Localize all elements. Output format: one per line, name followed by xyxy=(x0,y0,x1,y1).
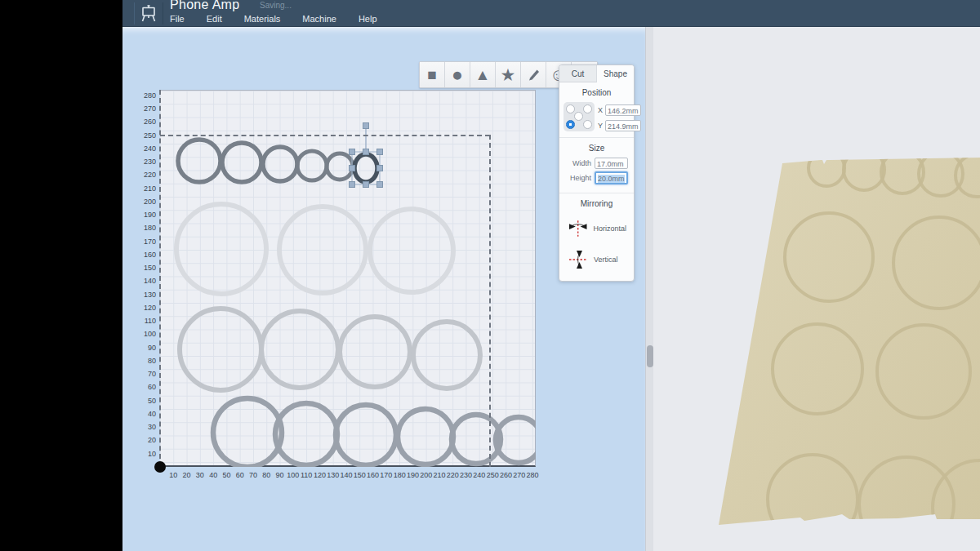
material-boundary-left xyxy=(159,90,161,467)
selection-handle-s[interactable] xyxy=(363,182,369,188)
width-label: Width xyxy=(572,159,591,167)
design-circle-1[interactable] xyxy=(178,140,220,182)
y-tick-60: 60 xyxy=(131,383,156,391)
x-position-input[interactable]: 146.2mm xyxy=(605,104,641,116)
width-input[interactable]: 17.0mm xyxy=(595,158,628,169)
selection-handle-e[interactable] xyxy=(377,166,383,171)
mirror-horizontal-label: Horizontal xyxy=(593,224,626,233)
triangle-tool-icon: ▲ xyxy=(475,67,491,82)
y-tick-110: 110 xyxy=(131,317,156,325)
y-tick-160: 160 xyxy=(131,251,156,259)
preview-3d-pane[interactable] xyxy=(653,27,980,551)
y-tick-100: 100 xyxy=(131,330,156,338)
mirror-vertical-button[interactable]: Vertical xyxy=(564,244,630,275)
selection-handle-se[interactable] xyxy=(377,182,383,188)
anchor-top-left[interactable] xyxy=(566,104,575,113)
y-tick-190: 190 xyxy=(131,211,156,219)
y-position-input[interactable]: 214.9mm xyxy=(605,120,641,131)
menu-item-file[interactable]: File xyxy=(170,14,185,24)
material-boundary-top xyxy=(160,135,490,136)
material-boundary-right xyxy=(489,135,491,467)
y-tick-30: 30 xyxy=(131,423,156,431)
properties-panel: Cut Shape Position X xyxy=(559,64,635,282)
y-tick-280: 280 xyxy=(131,91,156,100)
design-circle-16[interactable] xyxy=(398,409,453,464)
x-label: X xyxy=(598,106,603,114)
design-pane: ■●▲★☺T 280270260250240230220210200190180… xyxy=(122,27,645,551)
divider-drag-handle[interactable] xyxy=(647,345,653,367)
y-tick-170: 170 xyxy=(131,238,156,246)
app-header: Phone Amp Saving... FileEditMaterialsMac… xyxy=(122,0,980,27)
anchor-selector xyxy=(564,102,595,131)
circle-tool[interactable]: ● xyxy=(445,62,470,87)
design-circle-8[interactable] xyxy=(370,209,453,292)
tab-shape[interactable]: Shape xyxy=(597,65,634,82)
design-circle-selected[interactable] xyxy=(354,154,377,182)
menu-item-machine[interactable]: Machine xyxy=(302,14,336,24)
selection-handle-sw[interactable] xyxy=(350,182,355,188)
selection-handle-ne[interactable] xyxy=(377,149,383,155)
design-circle-3[interactable] xyxy=(263,147,297,181)
y-tick-260: 260 xyxy=(131,118,156,126)
design-circle-15[interactable] xyxy=(336,405,396,465)
design-circle-10[interactable] xyxy=(261,311,338,388)
y-tick-50: 50 xyxy=(131,397,156,405)
square-tool-icon: ■ xyxy=(427,67,436,82)
carved-wood-preview xyxy=(653,27,980,551)
mirror-vertical-icon xyxy=(568,250,588,269)
triangle-tool[interactable]: ▲ xyxy=(470,62,496,87)
height-label: Height xyxy=(570,174,591,182)
mirroring-title: Mirroring xyxy=(564,199,630,208)
position-section: Position X 146.2mm xyxy=(559,82,634,138)
selection-handle-rotate[interactable] xyxy=(363,123,369,129)
square-tool[interactable]: ■ xyxy=(420,62,445,87)
menu-item-edit[interactable]: Edit xyxy=(207,14,222,24)
star-tool-icon: ★ xyxy=(501,66,516,83)
panel-tabs: Cut Shape xyxy=(559,65,634,82)
design-circle-2[interactable] xyxy=(222,143,261,182)
design-circle-7[interactable] xyxy=(279,207,366,293)
mirror-horizontal-button[interactable]: Horizontal xyxy=(564,213,630,244)
y-tick-20: 20 xyxy=(131,436,156,444)
anchor-bottom-right[interactable] xyxy=(583,120,592,129)
size-section: Size Width 17.0mm Height 20.0mm xyxy=(559,138,634,193)
selection-handle-w[interactable] xyxy=(350,166,355,171)
y-tick-140: 140 xyxy=(131,277,156,285)
y-tick-90: 90 xyxy=(131,344,156,352)
design-circle-9[interactable] xyxy=(180,309,261,390)
design-circle-12[interactable] xyxy=(413,322,480,389)
height-input[interactable]: 20.0mm xyxy=(595,171,628,184)
y-tick-230: 230 xyxy=(131,158,156,166)
mirror-vertical-label: Vertical xyxy=(594,256,618,264)
mirror-horizontal-icon xyxy=(568,219,587,238)
design-circle-13[interactable] xyxy=(213,398,282,467)
pencil-tool[interactable] xyxy=(521,62,546,87)
design-shapes-layer[interactable] xyxy=(160,90,536,467)
y-tick-80: 80 xyxy=(131,357,156,365)
mirroring-section: Mirroring Horizontal xyxy=(559,193,634,281)
anchor-center[interactable] xyxy=(574,112,583,121)
design-circle-4[interactable] xyxy=(297,151,327,180)
y-label: Y xyxy=(598,122,603,130)
menu-item-materials[interactable]: Materials xyxy=(244,14,281,24)
y-tick-150: 150 xyxy=(131,264,156,272)
y-tick-130: 130 xyxy=(131,291,156,299)
project-title[interactable]: Phone Amp xyxy=(170,0,239,12)
menu-item-help[interactable]: Help xyxy=(359,14,377,24)
pencil-icon xyxy=(526,68,541,82)
pane-divider xyxy=(645,27,653,551)
easel-icon xyxy=(139,4,158,24)
saving-status: Saving... xyxy=(260,1,292,10)
design-circle-11[interactable] xyxy=(340,317,410,387)
design-circle-14[interactable] xyxy=(275,403,337,465)
selection-handle-nw[interactable] xyxy=(350,149,355,155)
selection-handle-n[interactable] xyxy=(363,149,369,155)
design-circle-6[interactable] xyxy=(176,204,266,294)
star-tool[interactable]: ★ xyxy=(496,62,521,87)
anchor-bottom-left[interactable] xyxy=(566,120,575,129)
position-title: Position xyxy=(564,88,630,97)
easel-logo-button[interactable] xyxy=(134,2,163,24)
anchor-top-right[interactable] xyxy=(583,104,592,113)
tab-cut[interactable]: Cut xyxy=(559,65,597,82)
y-tick-250: 250 xyxy=(131,131,156,140)
